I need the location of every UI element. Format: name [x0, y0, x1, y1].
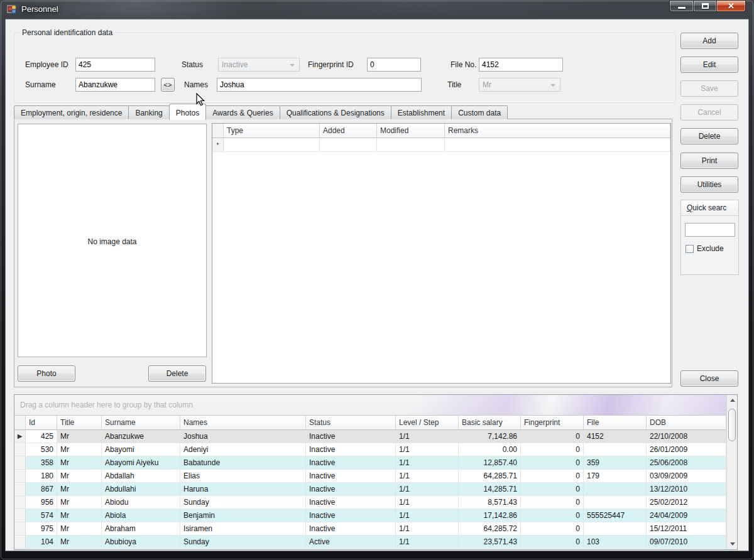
cell: 1/1	[396, 470, 459, 482]
maximize-button[interactable]	[693, 0, 717, 12]
close-icon: ✕	[728, 1, 735, 11]
close-window-button[interactable]: ✕	[717, 0, 746, 12]
chevron-down-icon	[290, 64, 295, 67]
cell: Active	[306, 536, 396, 548]
employee-id-field[interactable]	[75, 58, 155, 72]
column-header-id[interactable]: Id	[26, 416, 57, 430]
row-indicator	[14, 443, 26, 456]
quick-search-input[interactable]	[685, 223, 735, 237]
cell	[445, 138, 670, 151]
column-header-type[interactable]: Type	[224, 124, 320, 138]
minimize-button[interactable]	[669, 0, 693, 12]
cell: 1/1	[396, 536, 459, 548]
cell: 0	[521, 496, 584, 509]
column-header-remarks[interactable]: Remarks	[445, 124, 670, 138]
column-header-basic-salary[interactable]: Basic salary	[459, 416, 521, 430]
quick-search-label: Quick searc	[681, 200, 738, 216]
cell: 358	[26, 456, 57, 469]
cell: Inactive	[306, 496, 396, 509]
cell: Haruna	[180, 483, 306, 495]
vertical-scrollbar[interactable]	[726, 395, 737, 549]
title-bar[interactable]: Personnel ✕	[0, 0, 754, 19]
column-header-fingerprint[interactable]: Fingerprint	[521, 416, 584, 430]
surname-field[interactable]	[75, 78, 155, 92]
photos-grid: TypeAddedModifiedRemarks *	[212, 123, 671, 384]
column-header-status[interactable]: Status	[306, 416, 396, 430]
cell: Babatunde	[180, 456, 306, 469]
table-row[interactable]: 104MrAbubioyaSundayActive1/123,571.43010…	[14, 536, 726, 549]
table-row[interactable]: 867MrAbdullahiHarunaInactive1/114,285.71…	[14, 483, 726, 496]
file-no-label: File No.	[451, 58, 476, 72]
row-indicator-header	[212, 124, 224, 138]
cell: 867	[26, 483, 57, 495]
cell: Elias	[180, 470, 306, 482]
cell: 09/07/2010	[647, 536, 726, 548]
current-row-icon: ▶	[14, 430, 26, 443]
file-no-field[interactable]	[479, 58, 563, 72]
close-button[interactable]: Close	[680, 370, 738, 387]
utilities-button[interactable]: Utilities	[680, 176, 738, 193]
cell: 03/09/2009	[647, 470, 726, 482]
title-dropdown: Mr	[479, 78, 560, 92]
cell: 14,285.71	[459, 483, 521, 495]
column-header-names[interactable]: Names	[180, 416, 306, 430]
column-header-added[interactable]: Added	[320, 124, 377, 138]
cell: 64,285.71	[459, 470, 521, 482]
scroll-down-button[interactable]	[727, 539, 738, 549]
cell: Abiola	[102, 509, 180, 522]
cell: 359	[584, 456, 647, 469]
exclude-checkbox[interactable]	[686, 245, 694, 253]
tab-custom-data[interactable]: Custom data	[451, 105, 508, 119]
row-indicator	[14, 496, 26, 509]
photos-grid-new-row[interactable]: *	[212, 138, 670, 152]
tab-banking[interactable]: Banking	[128, 105, 169, 119]
table-row[interactable]: 975MrAbrahamIsiramenInactive1/164,285.72…	[14, 522, 726, 536]
table-row[interactable]: 358MrAbayomi AiyekuBabatundeInactive1/11…	[14, 456, 726, 470]
fingerprint-id-field[interactable]	[367, 58, 421, 72]
table-row[interactable]: 530MrAbayomiAdeniyiInactive1/10.00026/01…	[14, 443, 726, 456]
cell: 4152	[584, 430, 647, 443]
column-header-modified[interactable]: Modified	[377, 124, 445, 138]
delete-button[interactable]: Delete	[680, 128, 738, 144]
cancel-button[interactable]: Cancel	[680, 104, 738, 121]
table-row[interactable]: 180MrAbdallahEliasInactive1/164,285.7101…	[14, 470, 726, 483]
cell: Mr	[57, 483, 102, 495]
swap-names-button[interactable]: <>	[161, 78, 175, 92]
cell: 0.00	[459, 443, 521, 456]
maximize-icon	[702, 3, 709, 9]
cell: Joshua	[180, 430, 306, 443]
edit-button[interactable]: Edit	[680, 57, 738, 73]
photo-button[interactable]: Photo	[18, 365, 75, 382]
cell: 22/10/2008	[647, 430, 726, 443]
title-label: Title	[447, 78, 461, 92]
group-by-panel[interactable]: Drag a column header here to group by th…	[14, 395, 737, 416]
table-row[interactable]: ▶425MrAbanzukweJoshuaInactive1/17,142.86…	[14, 430, 726, 443]
column-header-surname[interactable]: Surname	[102, 416, 180, 430]
groupbox-title: Personal identification data	[19, 28, 115, 38]
names-field[interactable]	[217, 78, 422, 92]
scrollbar-thumb[interactable]	[728, 409, 736, 441]
cell: Mr	[57, 470, 102, 482]
column-header-dob[interactable]: DOB	[647, 416, 726, 430]
tab-establishment[interactable]: Establishment	[391, 105, 452, 119]
photo-delete-button[interactable]: Delete	[148, 365, 206, 382]
print-button[interactable]: Print	[680, 153, 738, 169]
cell: Inactive	[306, 483, 396, 495]
save-button[interactable]: Save	[680, 80, 738, 97]
status-label: Status	[182, 58, 203, 72]
add-button[interactable]: Add	[680, 33, 738, 49]
column-header-level-step[interactable]: Level / Step	[396, 416, 459, 430]
tab-employment-origin-residence[interactable]: Employment, origin, residence	[14, 105, 129, 119]
exclude-checkbox-row[interactable]: Exclude	[686, 244, 724, 253]
column-header-title[interactable]: Title	[57, 416, 102, 430]
table-row[interactable]: 956MrAbioduSundayInactive1/18,571.43025/…	[14, 496, 726, 509]
tab-photos[interactable]: Photos	[169, 104, 206, 120]
tab-awards-queries[interactable]: Awards & Queries	[205, 105, 280, 119]
cell: 64,285.72	[459, 522, 521, 535]
table-row[interactable]: 574MrAbiolaBenjaminInactive1/117,142.860…	[14, 509, 726, 522]
scroll-up-button[interactable]	[727, 395, 738, 406]
surname-label: Surname	[25, 78, 56, 92]
cell: 26/01/2009	[647, 443, 726, 456]
column-header-file[interactable]: File	[584, 416, 647, 430]
tab-qualifications-designations[interactable]: Qualifications & Designations	[280, 105, 391, 119]
